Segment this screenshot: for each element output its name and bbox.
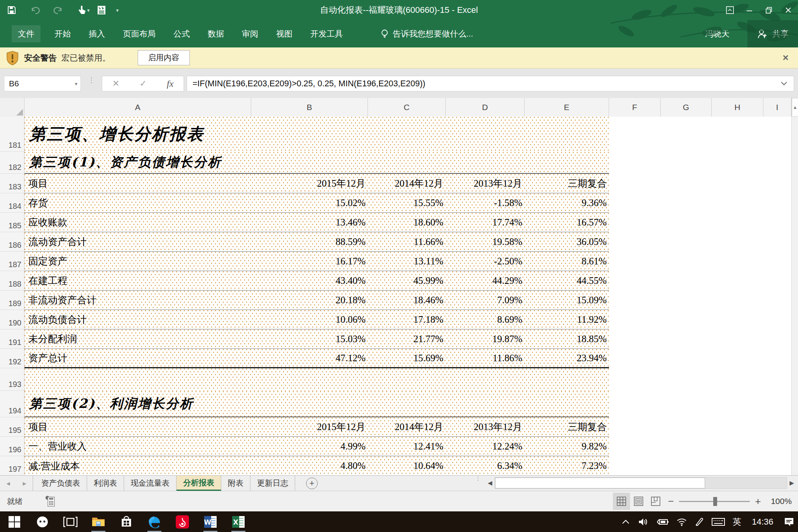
value-cell[interactable]: 6.34% (446, 456, 525, 475)
macro-record-icon[interactable] (45, 495, 55, 507)
row-content[interactable]: 第三项(1)、资产负债增长分析 (24, 152, 609, 174)
select-all-corner[interactable] (0, 98, 24, 117)
row-header-191[interactable]: 191 (0, 329, 24, 349)
value-cell[interactable]: 43.40% (251, 271, 368, 290)
word-taskbar-icon[interactable]: W (201, 511, 219, 532)
zoom-in-button[interactable]: + (751, 495, 765, 508)
ribbon-tab-file[interactable]: 文件 (12, 25, 40, 42)
row-header-184[interactable]: 184 (0, 193, 24, 213)
tell-me-box[interactable]: 告诉我您想要做什么... (380, 28, 473, 39)
value-cell[interactable]: 12.24% (446, 437, 525, 456)
zoom-slider-handle[interactable] (713, 497, 717, 506)
ribbon-tab-公式[interactable]: 公式 (173, 26, 191, 42)
value-cell[interactable]: 2013年12月 (446, 417, 525, 436)
netease-music-taskbar-icon[interactable] (173, 511, 191, 532)
sheet-tab-附表[interactable]: 附表 (221, 476, 250, 491)
ribbon-tab-视图[interactable]: 视图 (275, 26, 293, 42)
value-cell[interactable]: 47.12% (251, 349, 368, 367)
empty-cells[interactable] (609, 456, 791, 475)
insert-function-icon[interactable]: fx (167, 79, 173, 89)
enable-content-button[interactable]: 启用内容 (138, 50, 190, 65)
value-cell[interactable]: 13.46% (251, 213, 368, 232)
close-button[interactable] (779, 0, 798, 20)
row-content[interactable]: 资产总计47.12%15.69%11.86%23.94% (24, 349, 609, 368)
empty-cells[interactable] (609, 174, 791, 193)
empty-cells[interactable] (609, 329, 791, 349)
row-content[interactable]: 减:营业成本4.80%10.64%6.34%7.23% (24, 456, 609, 475)
item-label-cell[interactable]: 未分配利润 (24, 329, 251, 348)
empty-cells[interactable] (609, 310, 791, 329)
action-center-icon[interactable] (784, 517, 794, 527)
qat-customize-caret[interactable]: ▾ (116, 7, 119, 13)
row-header-181[interactable]: 181 (0, 117, 24, 152)
column-header-A[interactable]: A (24, 98, 251, 117)
value-cell[interactable]: 18.85% (525, 329, 609, 348)
page-break-preview-button[interactable] (647, 493, 664, 510)
value-cell[interactable]: 11.66% (368, 232, 446, 251)
value-cell[interactable]: 21.77% (368, 329, 446, 348)
value-cell[interactable]: 8.69% (446, 310, 525, 329)
column-header-I[interactable]: I (763, 98, 791, 117)
value-cell[interactable]: 15.03% (251, 329, 368, 348)
sheet-nav-next-icon[interactable]: ▸ (16, 476, 33, 491)
row-content[interactable]: 非流动资产合计20.18%18.46%7.09%15.09% (24, 290, 609, 310)
task-view-taskbar-icon[interactable] (61, 511, 79, 532)
expand-formula-bar-icon[interactable] (780, 81, 788, 86)
value-cell[interactable]: 7.09% (446, 290, 525, 310)
value-cell[interactable]: 16.57% (525, 213, 609, 232)
value-cell[interactable]: 23.94% (525, 349, 609, 367)
value-cell[interactable]: 15.55% (368, 193, 446, 212)
sheet-tab-现金流量表[interactable]: 现金流量表 (124, 476, 177, 491)
sheet-tab-利润表[interactable]: 利润表 (87, 476, 124, 491)
empty-cells[interactable] (609, 349, 791, 368)
column-header-B[interactable]: B (251, 98, 368, 117)
cortana-taskbar-icon[interactable] (33, 511, 51, 532)
ribbon-tab-数据[interactable]: 数据 (207, 26, 225, 42)
row-content[interactable] (24, 368, 609, 391)
redo-button[interactable] (47, 0, 70, 20)
formula-bar-splitter[interactable]: ⋮ (88, 79, 93, 82)
value-cell[interactable]: -2.50% (446, 252, 525, 271)
item-label-cell[interactable]: 流动负债合计 (24, 310, 251, 329)
zoom-out-button[interactable]: − (664, 495, 677, 508)
row-header-195[interactable]: 195 (0, 417, 24, 437)
row-header-188[interactable]: 188 (0, 271, 24, 290)
row-content[interactable]: 一、营业收入4.99%12.41%12.24%9.82% (24, 437, 609, 456)
item-label-cell[interactable]: 减:营业成本 (24, 456, 251, 475)
scroll-right-icon[interactable]: ▶ (787, 477, 796, 489)
save-button[interactable] (0, 0, 23, 20)
horizontal-scrollbar[interactable]: ◀ ▶ (485, 477, 796, 489)
new-sheet-button[interactable]: + (306, 478, 318, 489)
value-cell[interactable]: 2015年12月 (251, 174, 368, 193)
value-cell[interactable]: 45.99% (368, 271, 446, 290)
empty-cells[interactable] (609, 417, 791, 437)
formula-input[interactable]: =IF(MIN(E196,E203,E209)>0.25, 0.25, MIN(… (187, 76, 794, 91)
row-header-186[interactable]: 186 (0, 232, 24, 252)
row-content[interactable]: 项目2015年12月2014年12月2013年12月三期复合 (24, 174, 609, 193)
macro-shortcut-button[interactable] (90, 0, 113, 20)
value-cell[interactable]: 7.23% (525, 456, 609, 475)
row-content[interactable]: 第三项(2)、利润增长分析 (24, 391, 609, 417)
column-header-C[interactable]: C (368, 98, 446, 117)
empty-cells[interactable] (609, 117, 791, 152)
row-content[interactable]: 第三项、增长分析报表 (24, 117, 609, 152)
name-box-caret-icon[interactable]: ▾ (75, 81, 77, 87)
row-header-187[interactable]: 187 (0, 252, 24, 271)
value-cell[interactable]: 10.64% (368, 456, 446, 475)
value-cell[interactable]: 三期复合 (525, 417, 609, 436)
zoom-level[interactable]: 100% (765, 497, 798, 506)
user-name[interactable]: 冯晓天 (705, 28, 730, 39)
message-bar-close-icon[interactable]: × (779, 52, 793, 64)
value-cell[interactable]: 2013年12月 (446, 174, 525, 193)
empty-cells[interactable] (609, 232, 791, 252)
value-cell[interactable]: 9.82% (525, 437, 609, 456)
cancel-icon[interactable]: ✕ (112, 79, 119, 89)
item-label-cell[interactable]: 项目 (24, 417, 251, 436)
value-cell[interactable]: 2014年12月 (368, 417, 446, 436)
row-content[interactable]: 应收账款13.46%18.60%17.74%16.57% (24, 213, 609, 232)
value-cell[interactable]: 13.11% (368, 252, 446, 271)
empty-cells[interactable] (609, 252, 791, 271)
row-header-192[interactable]: 192 (0, 349, 24, 368)
tabbar-splitter[interactable]: ⋮ (475, 477, 479, 480)
value-cell[interactable]: 17.18% (368, 310, 446, 329)
